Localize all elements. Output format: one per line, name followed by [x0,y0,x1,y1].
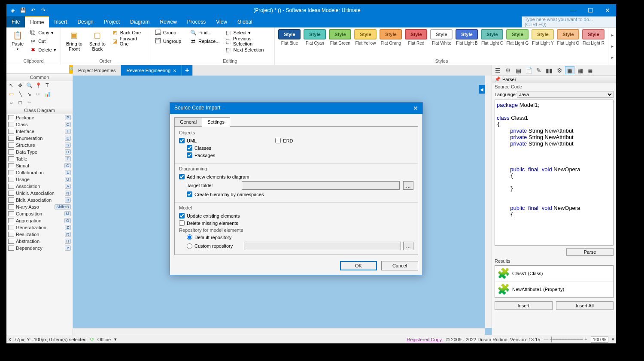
custom-repo-radio[interactable] [187,243,192,249]
class-diagram-item[interactable]: DependencyY [6,245,73,252]
classes-checkbox[interactable] [187,145,192,151]
delete-button[interactable]: ✖Delete ▾ [28,46,58,54]
dialog-close-icon[interactable]: ✕ [413,105,418,112]
rp-icon-1[interactable]: ☰ [493,66,502,74]
undo-icon[interactable]: ↶ [30,7,36,14]
menu-home[interactable]: Home [25,16,49,27]
class-diagram-item[interactable]: RealizationR [6,231,73,238]
move-tool-icon[interactable]: ✥ [16,82,24,89]
class-diagram-item[interactable]: GeneralizationZ [6,224,73,231]
text-tool-icon[interactable]: T [43,82,51,89]
zoom-tool-icon[interactable]: 🔍 [25,82,33,89]
replace-button[interactable]: ⇄Replace... [188,37,222,46]
class-diagram-item[interactable]: StructureS [6,142,73,149]
insert-button[interactable]: Insert [495,301,553,310]
line-tool-icon[interactable]: ╲ [16,91,24,97]
class-diagram-item[interactable]: UsageU [6,176,73,183]
result-item[interactable]: 🧩Class1 (Class) [495,266,613,282]
class-diagram-item[interactable]: Data TypeD [6,149,73,155]
rp-icon-10[interactable]: ≣ [586,66,595,74]
class-diagram-item[interactable]: CompositionM [6,210,73,217]
class-diagram-item[interactable]: AssociationA [6,183,73,190]
toolbox-search[interactable] [6,65,69,73]
offline-icon[interactable]: ⟳ [90,337,94,342]
scroll-horizontal[interactable] [73,328,485,335]
menu-project[interactable]: Project [99,16,125,27]
update-existing-checkbox[interactable] [179,213,185,218]
dialog-tab-settings[interactable]: Settings [202,117,230,127]
ok-button[interactable]: OK [340,261,377,270]
canvas-side-tab[interactable]: ◀ [479,85,485,94]
style-swatch[interactable]: Style [278,29,301,39]
maximize-icon[interactable]: ☐ [582,4,599,16]
rp-icon-9[interactable]: ▦ [575,66,585,74]
circle-tool-icon[interactable]: ○ [7,99,15,106]
style-swatch[interactable]: Style [557,29,579,39]
style-swatch[interactable]: Style [481,29,503,39]
style-swatch[interactable]: Style [506,29,529,39]
dialog-tab-general[interactable]: General [174,117,202,127]
style-swatch[interactable]: Style [380,29,402,39]
class-diagram-item[interactable]: InterfaceI [6,128,73,135]
pointer-tool-icon[interactable]: ↖ [7,82,15,89]
paste-button[interactable]: 📋 Paste▾ [9,28,26,53]
find-button[interactable]: 🔍Find... [188,28,222,37]
rp-icon-4[interactable]: 📄 [524,66,533,74]
scroll-vertical[interactable] [485,76,492,328]
zoom-slider[interactable]: — ┼━━━━━━━━━━ + [544,337,587,342]
minimize-icon[interactable]: — [565,4,582,16]
rp-icon-6[interactable]: ▮▮ [544,66,554,74]
prev-sel-button[interactable]: ⬚Previous Selection [223,37,272,46]
dash-tool-icon[interactable]: ⋯ [34,91,42,97]
rp-icon-2[interactable]: ⚙ [503,66,513,74]
style-swatch[interactable]: Style [304,29,326,39]
copy-button[interactable]: ⿻Copy ▾ [28,28,58,37]
menu-design[interactable]: Design [72,16,98,27]
rp-icon-parser[interactable]: ▦ [565,66,574,74]
style-swatch[interactable]: Style [582,29,605,39]
custom-repo-browse[interactable]: ... [403,242,413,250]
chart-tool-icon[interactable]: 📊 [43,91,51,97]
rect-tool-icon[interactable]: ▭ [7,91,15,97]
class-diagram-item[interactable]: Bidir. AssociationB [6,197,73,203]
cut-button[interactable]: ✂Cut [28,37,58,46]
select-button[interactable]: ⬚Select ▾ [223,28,272,37]
zoom-value[interactable]: 100 % [591,337,608,343]
class-diagram-item[interactable]: ClassC [6,121,73,128]
class-diagram-item[interactable]: N-ary AssoShift+R [6,203,73,210]
style-swatch[interactable]: Style [405,29,427,39]
menu-review[interactable]: Review [155,16,182,27]
redo-icon[interactable]: ↷ [40,7,47,14]
style-swatch[interactable]: Style [532,29,554,39]
arrow-tool-icon[interactable]: ↘ [25,91,33,97]
close-icon[interactable]: ✕ [599,4,616,16]
target-folder-browse[interactable]: ... [403,181,413,190]
tab-reverse-engineering[interactable]: Reverse Engineering× [121,65,182,76]
style-swatch[interactable]: Style [354,29,377,39]
registered-link[interactable]: Registered Copy. [407,337,443,342]
class-diagram-item[interactable]: AbstractionH [6,238,73,245]
create-hierarchy-checkbox[interactable] [187,191,192,197]
group-button[interactable]: ⿺Group [153,28,183,37]
ribbon-more-icon[interactable]: ▸ [608,33,616,37]
class-diagram-item[interactable]: Unidir. AssociationN [6,190,73,197]
menu-process[interactable]: Process [182,16,211,27]
add-new-checkbox[interactable] [179,174,185,179]
next-sel-button[interactable]: ⬚Next Selection [223,46,272,54]
class-diagram-item[interactable]: SignalG [6,162,73,169]
tab-add-button[interactable]: + [182,65,193,76]
send-to-back-button[interactable]: ▢Send to Back [87,28,108,53]
ungroup-button[interactable]: ⿹Ungroup [153,37,183,46]
tab-close-icon[interactable]: × [173,67,176,74]
packages-checkbox[interactable] [187,152,192,158]
ribbon-more-icon-2[interactable]: ▸ [608,44,616,49]
style-swatch[interactable]: Style [329,29,351,39]
erd-checkbox[interactable] [275,138,281,143]
ribbon-search[interactable]: Type here what you want to do... (CTRL+Q… [522,16,616,27]
code-editor[interactable]: package Model1; class Class1 { private S… [495,100,614,246]
class-diagram-item[interactable]: CollaborationL [6,169,73,176]
forward-one-button[interactable]: ◪Forward One [110,37,147,46]
pin-tool-icon[interactable]: 📍 [34,82,42,89]
back-one-button[interactable]: ◩Back One [110,28,147,37]
insert-all-button[interactable]: Insert All [556,301,614,310]
